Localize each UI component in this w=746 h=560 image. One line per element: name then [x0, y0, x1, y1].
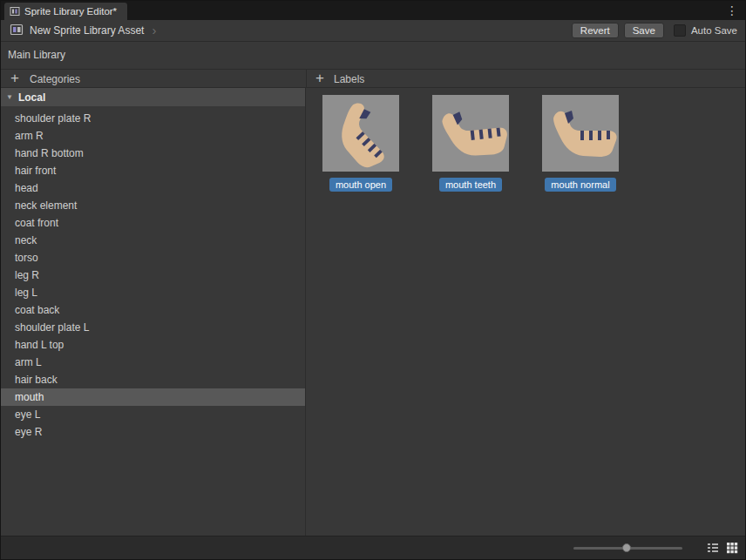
category-row[interactable]: hair back	[1, 371, 305, 388]
mouth-sprite-image	[542, 95, 619, 172]
category-label: mouth	[15, 391, 44, 403]
slider-thumb[interactable]	[622, 543, 631, 552]
grid-view-icon[interactable]	[726, 542, 738, 554]
label-item: mouth teeth	[432, 95, 509, 192]
label-grid: mouth open	[307, 88, 745, 192]
tab-title: Sprite Library Editor*	[24, 6, 117, 17]
category-row[interactable]: neck element	[1, 197, 305, 214]
add-label-button[interactable]: +	[312, 70, 328, 87]
breadcrumb-separator-icon: ›	[152, 25, 156, 36]
category-row[interactable]: leg R	[1, 267, 305, 284]
category-label: torso	[15, 252, 38, 264]
toolbar-actions: Revert Save Auto Save	[572, 23, 745, 38]
category-row[interactable]: torso	[1, 249, 305, 267]
category-row[interactable]: mouth	[1, 388, 305, 406]
categories-panel-title: Categories	[30, 73, 80, 85]
revert-button[interactable]: Revert	[572, 23, 619, 38]
more-options-icon[interactable]: ⋮	[726, 3, 738, 18]
category-row[interactable]: eye L	[1, 406, 305, 423]
add-category-button[interactable]: +	[7, 70, 23, 87]
category-label: arm L	[15, 356, 42, 368]
category-row[interactable]: arm R	[1, 127, 305, 145]
category-label: leg L	[15, 287, 37, 299]
sprite-library-asset-icon	[10, 23, 24, 39]
category-label: hair front	[15, 165, 56, 177]
mouth-sprite-image	[432, 95, 509, 172]
category-row[interactable]: shoulder plate L	[1, 319, 305, 336]
sprite-library-editor-window: Sprite Library Editor* ⋮ New Sprite Libr…	[0, 0, 746, 560]
category-label: head	[15, 182, 38, 194]
label-item: mouth normal	[542, 95, 619, 192]
category-row[interactable]: coat front	[1, 214, 305, 232]
category-label: hand R bottom	[15, 147, 84, 159]
footer-bar	[1, 536, 745, 559]
label-item: mouth open	[322, 95, 399, 192]
category-label: shoulder plate L	[15, 321, 89, 334]
label-badge-row: mouth teeth	[432, 178, 509, 192]
tab-sprite-library-editor[interactable]: Sprite Library Editor*	[4, 3, 127, 20]
category-label: arm R	[15, 130, 44, 142]
category-label: neck element	[15, 199, 77, 212]
labels-panel-title: Labels	[334, 73, 364, 85]
category-row[interactable]: hand L top	[1, 336, 305, 354]
category-row[interactable]: leg L	[1, 284, 305, 301]
auto-save-checkbox[interactable]	[674, 24, 686, 37]
auto-save-label: Auto Save	[691, 25, 737, 36]
tab-bar: Sprite Library Editor* ⋮	[1, 1, 745, 20]
category-row[interactable]: shoulder plate R	[1, 110, 305, 127]
sprite-library-icon	[10, 6, 20, 17]
category-row[interactable]: head	[1, 179, 305, 197]
breadcrumb-asset-name: New Sprite Library Asset	[30, 24, 144, 37]
category-label: coat front	[15, 217, 58, 229]
category-label: coat back	[15, 304, 59, 316]
sprite-thumbnail[interactable]	[542, 95, 619, 172]
category-label: hair back	[15, 374, 58, 386]
local-group-label: Local	[18, 91, 45, 104]
category-row[interactable]: hand R bottom	[1, 145, 305, 162]
category-row[interactable]: neck	[1, 232, 305, 249]
breadcrumb[interactable]: New Sprite Library Asset ›	[1, 23, 156, 39]
category-label: neck	[15, 234, 37, 246]
foldout-arrow-icon[interactable]: ▼	[6, 93, 13, 101]
main-library-label: Main Library	[8, 49, 65, 61]
sprite-thumbnail[interactable]	[432, 95, 509, 172]
label-badge-row: mouth open	[322, 178, 399, 192]
toolbar: New Sprite Library Asset › Revert Save A…	[1, 20, 745, 42]
categories-panel: ▼ Local shoulder plate R arm R hand R bo…	[1, 88, 306, 536]
list-view-icon[interactable]	[707, 542, 719, 554]
category-row[interactable]: arm L	[1, 354, 305, 371]
label-name-badge[interactable]: mouth teeth	[439, 178, 502, 192]
label-badge-row: mouth normal	[542, 178, 619, 192]
label-name-badge[interactable]: mouth normal	[545, 178, 615, 192]
category-label: hand L top	[15, 339, 64, 351]
main-library-row: Main Library None (Sprite Library Asset)	[1, 42, 745, 68]
label-name-badge[interactable]: mouth open	[329, 178, 392, 192]
labels-panel: mouth open	[307, 88, 745, 536]
category-label: shoulder plate R	[15, 112, 91, 125]
panel-headers: + Categories + Labels	[1, 69, 745, 88]
header-divider	[306, 70, 307, 87]
category-label: eye L	[15, 408, 40, 421]
category-row[interactable]: coat back	[1, 301, 305, 319]
category-list: shoulder plate R arm R hand R bottom hai…	[1, 110, 305, 441]
category-label: leg R	[15, 269, 39, 281]
category-row[interactable]: eye R	[1, 423, 305, 441]
local-group-header[interactable]: ▼ Local	[1, 88, 305, 106]
category-label: eye R	[15, 426, 42, 438]
sprite-thumbnail[interactable]	[322, 95, 399, 172]
category-row[interactable]: hair front	[1, 162, 305, 179]
thumbnail-size-slider[interactable]	[573, 547, 682, 550]
mouth-sprite-image	[322, 95, 399, 172]
save-button[interactable]: Save	[624, 23, 664, 38]
